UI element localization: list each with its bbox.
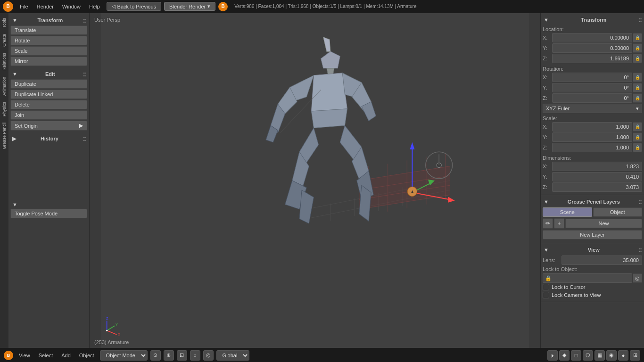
dim-z-row: Z: 3.073 [543,182,642,192]
scale-x-lock-btn[interactable]: 🔒 [633,122,642,132]
render-engine-select[interactable]: Blender Render ▾ [164,2,215,11]
view-options-btn[interactable]: ⊞ [630,350,640,361]
edit-header[interactable]: ▼ Edit :: [10,69,87,79]
location-y-input[interactable]: 0.00000 [552,43,632,53]
viewport-perspective-label: User Persp [94,17,120,23]
blender-logo: B [3,1,13,12]
svg-point-60 [106,330,107,331]
set-origin-button[interactable]: Set Origin ▶ [10,121,87,131]
dim-y-input[interactable]: 0.410 [552,172,642,181]
snap-btn[interactable]: ⊡ [177,350,187,361]
tab-animation[interactable]: Animation [1,74,8,99]
render-preview-btn[interactable]: □ [571,350,581,361]
rotation-z-lock-btn[interactable]: 🔒 [633,93,642,103]
svg-text:Z: Z [106,316,108,321]
location-y-lock-btn[interactable]: 🔒 [633,43,642,53]
set-origin-arrow-icon: ▶ [79,123,83,129]
transform-header[interactable]: ▼ Transform :: [10,15,87,25]
menu-file[interactable]: File [16,3,32,10]
mirror-button[interactable]: Mirror [10,57,87,66]
location-z-input[interactable]: 1.66189 [552,54,632,63]
location-x-lock-btn[interactable]: 🔒 [633,33,642,42]
scene-button[interactable]: Scene [543,207,592,217]
rotation-x-input[interactable]: 0° [552,73,632,82]
wireframe-btn[interactable]: ⬡ [583,350,593,361]
menu-help[interactable]: Help [85,3,104,10]
duplicate-linked-button[interactable]: Duplicate Linked [10,90,87,99]
join-button[interactable]: Join [10,110,87,120]
rotation-y-lock-btn[interactable]: 🔒 [633,83,642,92]
lock-to-object-input[interactable]: 🔒 [543,273,632,283]
timeline-btn[interactable]: ⏵ [547,350,558,361]
dim-z-input[interactable]: 3.073 [552,182,642,192]
3d-viewport[interactable]: User Persp [90,13,540,348]
delete-button[interactable]: Delete [10,100,87,109]
scale-label: Scale: [543,115,642,122]
location-x-input[interactable]: 0.00000 [552,33,632,42]
edit-dots: :: [83,70,85,78]
lock-to-object-clear-btn[interactable]: ◎ [633,273,642,283]
view-panel-label: View [588,247,600,253]
rotation-y-row: Y: 0° 🔒 [543,83,642,92]
tab-grease-pencil[interactable]: Grease Pencil [1,120,8,152]
rot-x-label: X: [543,74,552,80]
duplicate-button[interactable]: Duplicate [10,79,87,89]
grease-pencil-panel-header[interactable]: ▼ Grease Pencil Layers :: [543,197,642,207]
lock-to-cursor-checkbox[interactable] [543,284,549,290]
rendered-btn[interactable]: ● [618,350,628,361]
rotation-x-lock-btn[interactable]: 🔒 [633,73,642,82]
proportional-type-btn[interactable]: ◎ [203,350,214,361]
location-z-lock-btn[interactable]: 🔒 [633,54,642,63]
set-origin-label: Set Origin [15,123,38,129]
tab-relations[interactable]: Relations [1,50,8,74]
menu-window[interactable]: Window [58,3,84,10]
back-to-previous-button[interactable]: ◁ Back to Previous [107,2,162,11]
toggle-pose-button[interactable]: Toggle Pose Mode [10,209,87,218]
object-button[interactable]: Object [593,207,643,217]
proportional-edit-btn[interactable]: ○ [190,350,200,361]
scale-z-input[interactable]: 1.000 [552,143,632,152]
tab-tools[interactable]: Tools [1,15,8,31]
lock-camera-to-view-checkbox[interactable] [543,292,549,298]
rotation-label: Rotation: [543,65,642,73]
viewport-shading-btn[interactable]: ⊙ [150,350,161,361]
rotation-z-input[interactable]: 0° [552,93,632,103]
object-menu[interactable]: Object [76,352,97,359]
scale-button[interactable]: Scale [10,46,87,56]
transform-orientation-select[interactable]: Global [216,350,249,361]
view-panel-header[interactable]: ▼ View :: [543,245,642,255]
grease-pencil-draw-icon[interactable]: ✏ [543,218,553,229]
material-btn[interactable]: ◉ [606,350,617,361]
lock-camera-to-view-row[interactable]: Lock Camera to View [543,292,642,298]
scale-x-input[interactable]: 1.000 [552,122,632,132]
tab-create[interactable]: Create [1,31,8,49]
tab-physics[interactable]: Physics [1,99,8,119]
lock-to-cursor-row[interactable]: Lock to Cursor [543,284,642,290]
lens-input[interactable]: 35.000 [561,255,642,265]
toggle-pose-header[interactable]: ▼ [10,200,87,209]
texture-btn[interactable]: ▦ [594,350,605,361]
dim-x-input[interactable]: 1.823 [552,162,642,171]
grease-pencil-add-icon[interactable]: + [554,218,564,229]
add-menu[interactable]: Add [58,352,74,359]
view-menu[interactable]: View [16,352,33,359]
history-dots: :: [83,135,85,142]
history-header[interactable]: ▶ History :: [10,133,87,144]
rotation-y-input[interactable]: 0° [552,83,632,92]
menu-render[interactable]: Render [33,3,58,10]
scale-x-label: X: [543,124,552,130]
scale-z-lock-btn[interactable]: 🔒 [633,143,642,152]
grease-pencil-new-button[interactable]: New [565,219,642,228]
scale-y-lock-btn[interactable]: 🔒 [633,132,642,142]
translate-button[interactable]: Translate [10,25,87,35]
pivot-point-btn[interactable]: ⊕ [164,350,174,361]
select-menu[interactable]: Select [36,352,56,359]
transform-panel-header[interactable]: ▼ Transform :: [543,15,642,25]
new-layer-button[interactable]: New Layer [543,230,642,239]
keyframe-btn[interactable]: ◆ [559,350,570,361]
rotation-mode-dropdown[interactable]: XYZ Euler ▾ [543,104,642,113]
rotate-button[interactable]: Rotate [10,36,87,45]
transform-arrow: ▼ [12,17,17,23]
mode-dropdown[interactable]: Object Mode [100,350,148,361]
scale-y-input[interactable]: 1.000 [552,132,632,142]
